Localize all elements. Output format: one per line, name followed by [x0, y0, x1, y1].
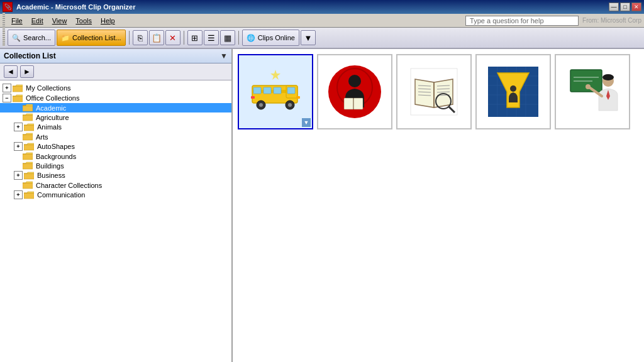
svg-point-51 — [586, 84, 591, 89]
folder-icon — [24, 191, 34, 199]
nav-forward-button[interactable]: ► — [20, 65, 34, 78]
tree-label: Communication — [37, 191, 85, 199]
copy-icon: ⎘ — [138, 33, 143, 43]
view-btn-1[interactable]: ⊞ — [187, 30, 203, 45]
copy-button[interactable]: ⎘ — [133, 30, 148, 45]
clip-item-bus[interactable]: ▼ — [238, 54, 313, 129]
tree-item-character-collections[interactable]: Character Collections — [0, 180, 231, 190]
menu-tools[interactable]: Tools — [72, 16, 96, 26]
tree-item-my-collections[interactable]: + My Collections — [0, 83, 231, 93]
tree-expander[interactable]: − — [3, 94, 11, 102]
sidebar-nav: ◄ ► — [0, 63, 231, 80]
menu-bar: File Edit View Tools Help Type a questio… — [0, 14, 644, 28]
folder-icon — [23, 113, 33, 121]
tree-label: Office Collections — [26, 94, 79, 102]
app-icon: 📎 — [3, 2, 13, 12]
svg-rect-4 — [264, 87, 271, 94]
search-button[interactable]: 🔍 Search... — [8, 30, 55, 46]
clip-item-book[interactable] — [396, 54, 472, 129]
sidebar: Collection List ▼ ◄ ► + My Collections− … — [0, 49, 233, 362]
help-input[interactable]: Type a question for help — [465, 16, 579, 26]
collection-list-button[interactable]: 📁 Collection List... — [57, 30, 126, 46]
menu-edit[interactable]: Edit — [28, 16, 47, 26]
ms-logo: From: Microsoft Corp — [582, 17, 641, 24]
tree-item-academic[interactable]: Academic — [0, 103, 231, 112]
svg-marker-13 — [270, 70, 280, 80]
tree-item-backgrounds[interactable]: Backgrounds — [0, 151, 231, 161]
tree-label: Buildings — [36, 162, 64, 170]
search-icon: 🔍 — [12, 34, 21, 42]
clip-dropdown-arrow[interactable]: ▼ — [302, 118, 311, 127]
window-controls: — □ ✕ — [609, 3, 641, 11]
tree-label: Character Collections — [36, 182, 102, 189]
svg-point-48 — [602, 74, 614, 80]
svg-rect-5 — [274, 87, 281, 94]
folder-icon — [23, 152, 33, 160]
tree-item-agriculture[interactable]: Agriculture — [0, 112, 231, 122]
tree-item-autoshapes[interactable]: + AutoShapes — [0, 141, 231, 151]
clips-online-button[interactable]: 🌐 Clips Online — [242, 30, 299, 46]
tree-expander[interactable]: + — [14, 123, 23, 131]
collection-tree: + My Collections− Office Collections Aca… — [0, 80, 231, 362]
tree-item-office-collections[interactable]: − Office Collections — [0, 93, 231, 103]
expand-icon: ▼ — [304, 33, 313, 43]
delete-button[interactable]: ✕ — [165, 30, 180, 45]
tree-label: Arts — [36, 133, 48, 141]
toolbar-separator-2 — [184, 31, 184, 45]
close-button[interactable]: ✕ — [631, 3, 641, 11]
tree-item-animals[interactable]: + Animals — [0, 122, 231, 132]
toolbar-grip — [3, 30, 5, 46]
view1-icon: ⊞ — [191, 33, 198, 43]
paste-button[interactable]: 📋 — [149, 30, 164, 45]
svg-rect-18 — [353, 98, 363, 109]
tree-item-arts[interactable]: Arts — [0, 132, 231, 141]
view2-icon: ☰ — [208, 33, 215, 43]
tree-item-communication[interactable]: + Communication — [0, 190, 231, 200]
tree-label: Agriculture — [36, 114, 69, 121]
tree-expander[interactable]: + — [14, 142, 23, 151]
folder-icon — [23, 133, 33, 141]
delete-icon: ✕ — [169, 33, 176, 43]
menu-view[interactable]: View — [48, 16, 71, 26]
folder-icon — [24, 172, 34, 180]
tree-label: Business — [37, 172, 65, 179]
tree-label: AutoShapes — [37, 143, 75, 150]
main-area: Collection List ▼ ◄ ► + My Collections− … — [0, 49, 644, 362]
folder-icon — [24, 123, 34, 131]
tree-expander[interactable]: + — [3, 84, 11, 92]
tree-label: Backgrounds — [36, 153, 76, 160]
menu-grip — [3, 13, 5, 29]
maximize-button[interactable]: □ — [620, 3, 630, 11]
svg-rect-3 — [253, 87, 261, 94]
tree-label: Academic — [36, 104, 66, 112]
svg-rect-12 — [296, 96, 300, 99]
view-btn-3[interactable]: ▦ — [220, 30, 235, 45]
svg-point-42 — [510, 85, 516, 92]
svg-rect-17 — [344, 98, 353, 109]
clip-item-teacher[interactable] — [555, 54, 630, 129]
tree-item-business[interactable]: + Business — [0, 170, 231, 180]
clips-online-icon: 🌐 — [247, 34, 255, 42]
svg-point-16 — [348, 75, 361, 87]
sidebar-dropdown-arrow[interactable]: ▼ — [220, 52, 228, 60]
tree-item-buildings[interactable]: Buildings — [0, 161, 231, 170]
minimize-button[interactable]: — — [609, 3, 619, 11]
clip-item-funnel[interactable] — [475, 54, 551, 129]
tree-label: Animals — [37, 123, 62, 131]
tree-expander[interactable]: + — [14, 190, 23, 199]
menu-file[interactable]: File — [8, 16, 26, 26]
svg-point-8 — [259, 103, 263, 107]
menu-help[interactable]: Help — [97, 16, 119, 26]
tree-expander[interactable]: + — [14, 171, 23, 180]
toolbar-expand-button[interactable]: ▼ — [301, 30, 316, 45]
nav-back-button[interactable]: ◄ — [4, 65, 18, 78]
folder-icon — [24, 143, 34, 151]
view3-icon: ▦ — [224, 33, 231, 43]
toolbar-separator-3 — [238, 31, 239, 45]
folder-icon: 📁 — [61, 34, 70, 42]
sidebar-title: Collection List — [4, 52, 56, 60]
clips-online-label: Clips Online — [258, 34, 295, 41]
view-btn-2[interactable]: ☰ — [204, 30, 219, 45]
clip-item-apple[interactable] — [317, 54, 392, 129]
sidebar-header: Collection List ▼ — [0, 49, 231, 63]
